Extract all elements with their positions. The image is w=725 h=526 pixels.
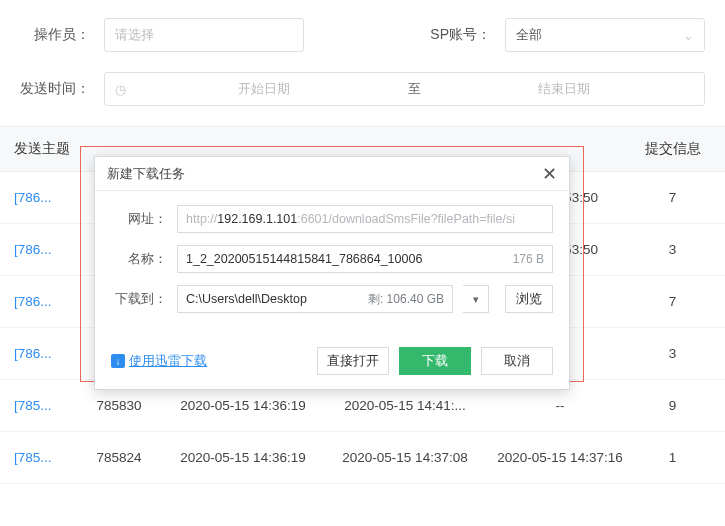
topic-link[interactable]: [785... <box>14 450 76 465</box>
topic-link[interactable]: [786... <box>14 294 76 309</box>
browse-button[interactable]: 浏览 <box>505 285 553 313</box>
start-date-placeholder: 开始日期 <box>134 80 394 98</box>
send-time-label: 发送时间： <box>20 80 90 98</box>
download-dialog: 新建下载任务 ✕ 网址： http://192.169.1.101:6601/d… <box>94 156 570 390</box>
download-button[interactable]: 下载 <box>399 347 471 375</box>
topic-link[interactable]: [785... <box>14 398 76 413</box>
cancel-button[interactable]: 取消 <box>481 347 553 375</box>
row-time2: 2020-05-15 14:41:... <box>324 398 486 413</box>
clock-icon: ◷ <box>115 82 126 97</box>
name-label: 名称： <box>111 250 167 268</box>
url-label: 网址： <box>111 210 167 228</box>
row-num: 785824 <box>76 450 162 465</box>
col-topic-header: 发送主题 <box>14 140 76 158</box>
saveto-input[interactable]: C:\Users\dell\Desktop 剩: 106.40 GB <box>177 285 453 313</box>
xunlei-link-text: 使用迅雷下载 <box>129 352 207 370</box>
row-submit: 3 <box>634 242 711 257</box>
row-submit: 7 <box>634 294 711 309</box>
row-time3: 2020-05-15 14:37:16 <box>486 450 634 465</box>
close-icon[interactable]: ✕ <box>542 163 557 185</box>
end-date-placeholder: 结束日期 <box>435 80 695 98</box>
row-submit: 9 <box>634 398 711 413</box>
url-suffix: :6601/downloadSmsFile?filePath=file/si <box>297 212 515 226</box>
saveto-path: C:\Users\dell\Desktop <box>186 292 307 306</box>
dialog-titlebar: 新建下载任务 ✕ <box>95 157 569 191</box>
open-button[interactable]: 直接打开 <box>317 347 389 375</box>
operator-select[interactable]: 请选择 <box>104 18 304 52</box>
sp-account-label: SP账号： <box>421 26 491 44</box>
saveto-label: 下载到： <box>111 290 167 308</box>
xunlei-link[interactable]: ↓ 使用迅雷下载 <box>111 352 207 370</box>
url-ip: 192.169.1.101 <box>217 212 297 226</box>
row-num: 785830 <box>76 398 162 413</box>
name-value: 1_2_20200515144815841_786864_10006 <box>186 252 422 266</box>
file-size: 176 B <box>513 252 544 266</box>
url-input[interactable]: http://192.169.1.101:6601/downloadSmsFil… <box>177 205 553 233</box>
row-time1: 2020-05-15 14:36:19 <box>162 398 324 413</box>
filters-bar: 操作员： 请选择 SP账号： 全部 ⌄ 发送时间： ◷ 开始日期 至 结束日期 <box>0 0 725 106</box>
topic-link[interactable]: [786... <box>14 242 76 257</box>
row-time2: 2020-05-15 14:37:08 <box>324 450 486 465</box>
operator-placeholder: 请选择 <box>115 26 154 44</box>
sp-account-select[interactable]: 全部 ⌄ <box>505 18 705 52</box>
name-input[interactable]: 1_2_20200515144815841_786864_10006 176 B <box>177 245 553 273</box>
chevron-down-icon: ⌄ <box>683 28 694 43</box>
saveto-dropdown[interactable]: ▾ <box>463 285 489 313</box>
topic-link[interactable]: [786... <box>14 346 76 361</box>
row-time1: 2020-05-15 14:36:19 <box>162 450 324 465</box>
row-time3: -- <box>486 398 634 413</box>
xunlei-icon: ↓ <box>111 354 125 368</box>
col-submit-header: 提交信息 <box>634 140 711 158</box>
disk-remaining: 剩: 106.40 GB <box>368 291 444 308</box>
date-range-separator: 至 <box>402 80 427 98</box>
operator-label: 操作员： <box>20 26 90 44</box>
row-submit: 1 <box>634 450 711 465</box>
topic-link[interactable]: [786... <box>14 190 76 205</box>
table-row: [785...7858242020-05-15 14:36:192020-05-… <box>0 432 725 484</box>
row-submit: 3 <box>634 346 711 361</box>
dialog-title-text: 新建下载任务 <box>107 165 185 183</box>
date-range-picker[interactable]: ◷ 开始日期 至 结束日期 <box>104 72 705 106</box>
sp-account-value: 全部 <box>516 26 542 44</box>
url-prefix: http:// <box>186 212 217 226</box>
row-submit: 7 <box>634 190 711 205</box>
